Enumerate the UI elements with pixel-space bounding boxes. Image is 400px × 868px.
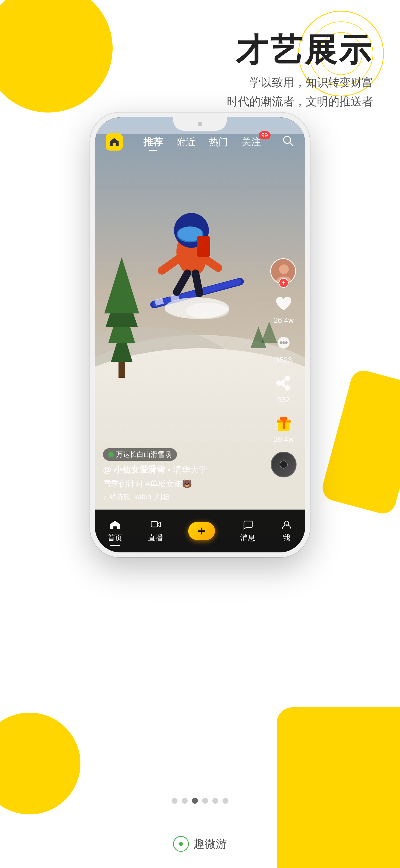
location-dot-icon [108,452,114,457]
bg-bottom-left [0,713,80,814]
nav-live-label: 直播 [148,533,163,543]
phone-mockup: 推荐 附近 热门 关注 99 [90,113,310,557]
comment-count: 3523 [275,356,292,364]
video-user[interactable]: @ 小仙女爱滑雪 • 清华大学 [103,464,262,476]
nav-message-label: 消息 [240,533,255,543]
subtitle-line1: 学以致用，知识转变财富 [227,73,373,92]
dot-4[interactable] [202,798,208,804]
svg-point-30 [279,265,289,274]
music-title: 经济舱_kafeh_刘聪 [109,492,169,501]
svg-point-34 [282,341,285,344]
nav-home-label: 首页 [108,533,122,543]
comment-icon [273,333,294,354]
music-disc[interactable] [271,452,296,477]
user-handle: @ 小仙女爱滑雪 [103,465,165,474]
gift-action[interactable]: 26.4w [273,412,294,444]
nav-tab-recommend[interactable]: 推荐 [143,135,163,149]
location-text: 万达长白山滑雪场 [116,450,172,459]
location-tag[interactable]: 万达长白山滑雪场 [103,448,177,461]
svg-line-28 [290,143,293,146]
gift-icon [273,412,294,433]
svg-point-36 [285,376,290,381]
bg-mid-right [320,368,400,516]
dot-6[interactable] [223,798,228,804]
svg-point-35 [285,341,288,344]
page-subtitle: 学以致用，知识转变财富 时代的潮流者，文明的推送者 [227,73,373,111]
music-note-icon: ♪ [103,493,107,501]
nav-tab-hot[interactable]: 热门 [209,135,228,149]
gift-count: 26.4w [274,435,294,444]
svg-point-37 [285,385,290,391]
bottom-navigation: 首页 直播 + 消息 [95,509,305,552]
phone-notch [173,117,227,131]
plus-button[interactable]: + [188,522,215,540]
search-icon[interactable] [282,134,294,150]
share-icon [273,372,294,394]
svg-point-46 [180,842,182,845]
comment-action[interactable]: 3523 [273,333,294,364]
share-count: 532 [278,396,290,404]
video-music[interactable]: ♪ 经济舱_kafeh_刘聪 [103,492,262,501]
svg-point-26 [186,303,229,319]
subtitle-line2: 时代的潮流者，文明的推送者 [227,92,373,111]
nav-tabs: 推荐 附近 热门 关注 99 [143,135,261,149]
phone-screen: 推荐 附近 热门 关注 99 [95,117,305,552]
nav-plus[interactable]: + [188,522,215,540]
like-count: 26.4w [274,316,294,325]
nav-live[interactable]: 直播 [148,519,163,543]
follow-badge: 99 [259,131,270,139]
brand: 趣微游 [173,836,227,852]
svg-point-33 [280,341,282,344]
right-action-bar: + 26.4w [270,258,297,477]
creator-avatar[interactable]: + [270,258,297,285]
phone-navigation: 推荐 附近 热门 关注 99 [95,133,305,151]
nav-tab-nearby[interactable]: 附近 [176,135,195,149]
video-info: 万达长白山滑雪场 @ 小仙女爱滑雪 • 清华大学 雪季倒计时 #单板女孩🐻 ♪ … [103,448,262,501]
like-action[interactable]: 26.4w [273,293,294,325]
nav-home[interactable]: 首页 [108,519,122,543]
video-description: 雪季倒计时 #单板女孩🐻 [103,478,262,490]
svg-point-38 [276,380,282,386]
dot-2[interactable] [182,798,188,804]
music-disc-center [280,461,288,469]
share-action[interactable]: 532 [273,372,294,404]
user-affiliation: • 清华大学 [168,465,207,474]
phone-frame: 推荐 附近 热门 关注 99 [90,113,310,557]
pagination [172,798,228,804]
brand-logo-icon [173,836,189,852]
page-title: 才艺展示 [227,32,373,67]
svg-rect-9 [118,362,125,378]
svg-rect-42 [277,421,291,422]
bg-circle-left [0,0,113,113]
header: 才艺展示 学以致用，知识转变财富 时代的潮流者，文明的推送者 [227,32,373,111]
dot-5[interactable] [212,798,218,804]
follow-plus-button[interactable]: + [279,278,288,288]
front-camera [198,122,202,126]
svg-rect-43 [151,522,158,527]
like-icon [273,293,294,314]
bg-bottom-right [277,707,400,868]
brand-name: 趣微游 [193,836,227,851]
nav-profile-label: 我 [283,533,290,543]
nav-profile[interactable]: 我 [281,519,292,543]
svg-line-20 [195,273,199,293]
svg-rect-24 [197,236,210,257]
dot-3[interactable] [192,798,198,804]
dot-1[interactable] [172,798,177,804]
nav-message[interactable]: 消息 [240,519,255,543]
nav-tab-follow[interactable]: 关注 99 [241,135,261,149]
home-icon[interactable] [106,133,123,151]
